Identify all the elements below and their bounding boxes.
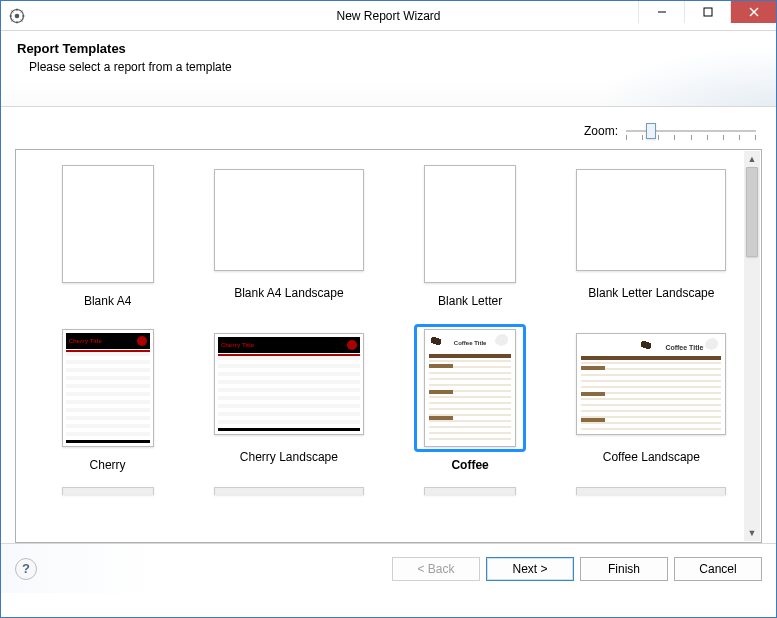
back-button: < Back <box>392 557 480 581</box>
template-thumbnail[interactable] <box>571 160 731 280</box>
template-thumbnail[interactable] <box>52 324 164 452</box>
template-blank-a4-landscape[interactable]: Blank A4 Landscape <box>199 156 378 316</box>
zoom-slider[interactable] <box>626 121 756 141</box>
thumbnail-preview: Coffee Title <box>576 333 726 435</box>
template-thumbnail[interactable]: Coffee Title <box>414 324 526 452</box>
template-gallery: Blank A4Blank A4 LandscapeBlank LetterBl… <box>15 149 762 543</box>
template-label: Blank A4 <box>84 294 131 308</box>
window-controls <box>638 1 776 30</box>
thumbnail-preview <box>424 165 516 283</box>
svg-point-1 <box>15 13 20 18</box>
template-cherry[interactable]: Cherry <box>18 320 197 480</box>
partial-next-row <box>18 487 741 495</box>
minimize-button[interactable] <box>638 1 684 23</box>
svg-rect-11 <box>704 8 712 16</box>
app-icon <box>9 8 25 24</box>
thumbnail-preview <box>62 329 154 447</box>
page-subtitle: Please select a report from a template <box>29 60 760 74</box>
titlebar: New Report Wizard <box>1 1 776 31</box>
template-label: Cherry <box>90 458 126 472</box>
template-cherry-landscape[interactable]: Cherry Landscape <box>199 320 378 480</box>
template-thumbnail[interactable] <box>209 160 369 280</box>
template-thumbnail[interactable] <box>209 324 369 444</box>
template-label: Cherry Landscape <box>240 450 338 464</box>
thumbnail-preview <box>214 333 364 435</box>
cancel-button[interactable]: Cancel <box>674 557 762 581</box>
maximize-button[interactable] <box>684 1 730 23</box>
zoom-row: Zoom: <box>15 119 756 143</box>
scroll-down-icon[interactable]: ▼ <box>744 525 760 541</box>
gallery-scrollbar[interactable]: ▲ ▼ <box>744 151 760 541</box>
help-button[interactable]: ? <box>15 558 37 580</box>
close-button[interactable] <box>730 1 776 23</box>
finish-button[interactable]: Finish <box>580 557 668 581</box>
template-thumbnail[interactable]: Coffee Title <box>571 324 731 444</box>
scrollbar-thumb[interactable] <box>746 167 758 257</box>
help-icon: ? <box>22 561 30 576</box>
template-label: Coffee <box>451 458 488 472</box>
scroll-up-icon[interactable]: ▲ <box>744 151 760 167</box>
page-heading: Report Templates <box>17 41 760 56</box>
thumbnail-preview <box>576 169 726 271</box>
content-area: Zoom: Blank A4Blank A4 LandscapeBlank Le… <box>1 107 776 543</box>
template-blank-a4[interactable]: Blank A4 <box>18 156 197 316</box>
template-coffee-landscape[interactable]: Coffee TitleCoffee Landscape <box>562 320 741 480</box>
thumbnail-preview: Coffee Title <box>424 329 516 447</box>
template-blank-letter-landscape[interactable]: Blank Letter Landscape <box>562 156 741 316</box>
template-label: Blank A4 Landscape <box>234 286 343 300</box>
template-label: Blank Letter Landscape <box>588 286 714 300</box>
template-coffee[interactable]: Coffee TitleCoffee <box>381 320 560 480</box>
template-thumbnail[interactable] <box>52 160 164 288</box>
zoom-label: Zoom: <box>584 124 618 138</box>
template-thumbnail[interactable] <box>414 160 526 288</box>
thumbnail-preview <box>214 169 364 271</box>
template-label: Blank Letter <box>438 294 502 308</box>
wizard-footer: ? < Back Next > Finish Cancel <box>1 543 776 593</box>
wizard-header: Report Templates Please select a report … <box>1 31 776 107</box>
thumbnail-preview <box>62 165 154 283</box>
template-blank-letter[interactable]: Blank Letter <box>381 156 560 316</box>
next-button[interactable]: Next > <box>486 557 574 581</box>
template-label: Coffee Landscape <box>603 450 700 464</box>
